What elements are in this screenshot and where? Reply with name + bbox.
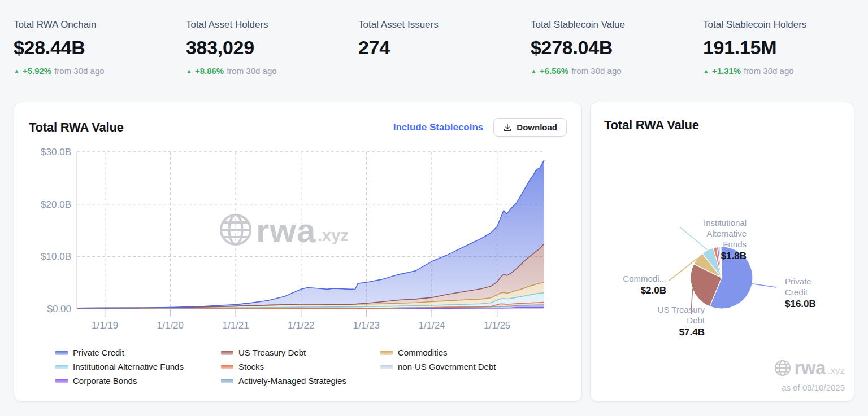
svg-text:1/1/24: 1/1/24 [418, 320, 445, 331]
change-percent: +5.92% [23, 66, 51, 76]
legend-item-non-us-government-debt[interactable]: non-US Government Debt [380, 360, 581, 374]
pie-label-line: Institutional [704, 217, 747, 228]
change-suffix: from 30d ago [54, 66, 104, 76]
us-treasury-debt-swatch-icon [221, 351, 233, 355]
legend-item-stocks[interactable]: Stocks [221, 360, 380, 374]
legend-label: Stocks [238, 362, 264, 371]
download-label: Download [517, 122, 557, 132]
download-button[interactable]: Download [493, 118, 567, 137]
svg-text:$0.00: $0.00 [47, 304, 71, 314]
private-credit-swatch-icon [55, 351, 68, 355]
legend-label: US Treasury Debt [238, 348, 306, 357]
card-title: Total RWA Value [29, 120, 124, 135]
as-of-date: as of 09/10/2025 [774, 383, 845, 392]
legend-label: Institutional Alternative Funds [73, 362, 184, 371]
change-suffix: from 30d ago [744, 66, 793, 76]
pie-label-institutional-alternative-funds: Institutional Alternative Funds $1.8B [704, 217, 747, 261]
change-percent: +8.86% [195, 66, 224, 76]
legend-item-institutional-alternative-funds[interactable]: Institutional Alternative Funds [55, 360, 221, 374]
stat-total-rwa-onchain: Total RWA Onchain $28.44B ▲ +5.92% from … [14, 19, 186, 76]
stat-change: ▲ +6.56% from 30d ago [531, 66, 703, 76]
legend-item-us-treasury-debt[interactable]: US Treasury Debt [221, 345, 380, 360]
svg-text:$20.0B: $20.0B [41, 199, 71, 210]
stat-label: Total Stablecoin Holders [703, 19, 868, 30]
pie-label-value: $2.0B [623, 285, 666, 296]
pie-label-line: Credit [785, 287, 816, 297]
card-header: Total RWA Value Include Stablecoins Down… [14, 102, 581, 137]
change-percent: +1.31% [712, 66, 741, 76]
stat-value: $28.44B [14, 37, 186, 59]
legend-label: Corporate Bonds [73, 376, 137, 386]
total-rwa-value-chart-card: Total RWA Value Include Stablecoins Down… [14, 102, 582, 402]
legend-label: Actively-Managed Strategies [238, 376, 346, 386]
download-icon [503, 123, 512, 132]
up-triangle-icon: ▲ [14, 68, 20, 75]
legend-label: Private Credit [73, 348, 124, 357]
stat-total-stablecoin-value: Total Stablecoin Value $278.04B ▲ +6.56%… [531, 19, 703, 76]
stat-total-stablecoin-holders: Total Stablecoin Holders 191.15M ▲ +1.31… [703, 19, 868, 76]
pie-label-private-credit: Private Credit $16.0B [785, 276, 816, 309]
pie-label-line: US Treasury [658, 304, 705, 315]
stat-value: $278.04B [531, 37, 703, 59]
stat-change: ▲ +8.86% from 30d ago [186, 66, 358, 76]
up-triangle-icon: ▲ [186, 68, 192, 75]
stat-label: Total RWA Onchain [14, 19, 186, 30]
stat-total-asset-issuers: Total Asset Issuers 274 [358, 19, 531, 76]
svg-text:$10.0B: $10.0B [41, 251, 71, 262]
chart-legend: Private Credit Institutional Alternative… [55, 345, 581, 388]
legend-item-commodities[interactable]: Commodities [380, 345, 581, 360]
legend-item-private-credit[interactable]: Private Credit [55, 345, 221, 360]
svg-text:1/1/22: 1/1/22 [288, 320, 314, 331]
pie-label-line: Funds [704, 239, 747, 249]
svg-text:.xyz: .xyz [318, 226, 349, 244]
total-rwa-pie-card: Total RWA Value Institutional Alternativ… [590, 102, 854, 402]
up-triangle-icon: ▲ [703, 68, 709, 75]
svg-text:$30.0B: $30.0B [41, 147, 71, 157]
actively-managed-strategies-swatch-icon [221, 379, 233, 383]
change-suffix: from 30d ago [571, 66, 621, 76]
pie-label-value: $16.0B [785, 299, 816, 309]
institutional-alternative-funds-swatch-icon [55, 365, 68, 369]
corporate-bonds-swatch-icon [55, 379, 68, 383]
svg-text:rwa: rwa [256, 212, 316, 249]
pie-label-line: Private [785, 276, 816, 287]
pie-label-line: Alternative [704, 228, 747, 239]
legend-label: non-US Government Debt [398, 362, 496, 371]
rwa-area-chart[interactable]: rwa .xyz$0.00$10.0B$20.0B$30.0B1/1/191/1… [14, 147, 583, 341]
include-stablecoins-link[interactable]: Include Stablecoins [393, 122, 484, 133]
change-suffix: from 30d ago [227, 66, 276, 76]
stat-change: ▲ +1.31% from 30d ago [703, 66, 868, 76]
legend-label: Commodities [398, 348, 448, 357]
stocks-swatch-icon [221, 365, 233, 369]
svg-text:1/1/21: 1/1/21 [222, 320, 249, 331]
watermark-block: rwa .xyz as of 09/10/2025 [774, 357, 845, 392]
svg-text:1/1/19: 1/1/19 [92, 320, 118, 331]
svg-text:1/1/20: 1/1/20 [157, 320, 184, 331]
change-percent: +6.56% [540, 66, 568, 76]
watermark: rwa .xyz [221, 212, 349, 249]
pie-label-commodities: Commodi... $2.0B [623, 273, 666, 296]
stat-total-asset-holders: Total Asset Holders 383,029 ▲ +8.86% fro… [186, 19, 358, 76]
commodities-swatch-icon [380, 351, 393, 355]
stat-label: Total Stablecoin Value [531, 19, 703, 30]
stat-value: 274 [358, 37, 531, 59]
legend-item-corporate-bonds[interactable]: Corporate Bonds [55, 374, 221, 388]
stat-value: 191.15M [703, 37, 868, 59]
stats-row: Total RWA Onchain $28.44B ▲ +5.92% from … [14, 19, 868, 76]
stat-label: Total Asset Holders [186, 19, 358, 30]
stat-change: ▲ +5.92% from 30d ago [14, 66, 186, 76]
non-us-government-debt-swatch-icon [380, 365, 393, 369]
pie-label-us-treasury-debt: US Treasury Debt $7.4B [658, 304, 705, 338]
up-triangle-icon: ▲ [531, 68, 537, 75]
legend-item-actively-managed-strategies[interactable]: Actively-Managed Strategies [221, 374, 380, 388]
watermark-name: rwa [794, 357, 825, 379]
svg-text:1/1/23: 1/1/23 [353, 320, 380, 331]
pie-label-line: Commodi... [623, 273, 666, 284]
pie-label-value: $7.4B [658, 327, 705, 338]
watermark-suffix: .xyz [828, 365, 845, 379]
globe-icon [774, 359, 792, 377]
svg-text:1/1/25: 1/1/25 [484, 320, 510, 331]
stat-value: 383,029 [186, 37, 358, 59]
stat-label: Total Asset Issuers [358, 19, 531, 30]
pie-label-value: $1.8B [704, 251, 747, 261]
